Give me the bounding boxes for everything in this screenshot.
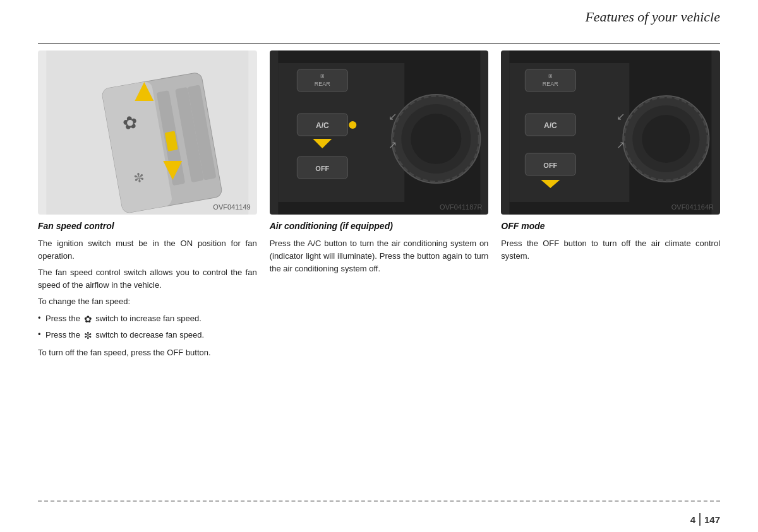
- page-footer: 4 147: [0, 500, 758, 532]
- footer-divider: [38, 500, 720, 502]
- svg-text:↙: ↙: [617, 111, 625, 122]
- ac-image-code: OVF041187R: [440, 203, 482, 211]
- svg-text:↗: ↗: [388, 139, 397, 150]
- page-title: Features of your vehicle: [585, 9, 720, 25]
- svg-point-40: [642, 115, 690, 163]
- off-image-code: OVF041164R: [671, 203, 714, 211]
- col-ac: ⊞ REAR A/C OFF: [270, 50, 489, 363]
- col-off: ⊞ REAR A/C OFF: [501, 50, 720, 363]
- fan-title: Fan speed control: [38, 220, 257, 233]
- ac-title: Air conditioning (if equipped): [270, 220, 489, 233]
- svg-text:A/C: A/C: [544, 121, 557, 130]
- off-section: OFF mode Press the OFF button to turn of…: [501, 220, 720, 266]
- svg-text:⊞: ⊞: [320, 73, 325, 79]
- fan-para4: To turn off the fan speed, press the OFF…: [38, 346, 257, 359]
- header-divider: [38, 43, 720, 44]
- ac-body: Press the A/C button to turn the air con…: [270, 237, 489, 275]
- off-body: Press the OFF button to turn off the air…: [501, 237, 720, 263]
- fan-image-panel: ✿ ✼: [38, 50, 257, 215]
- col-fan: ✿ ✼: [38, 50, 257, 363]
- fan-bullet-2: Press the ✼ switch to decrease fan speed…: [38, 328, 257, 343]
- fan-bullet-1: Press the ✿ switch to increase fan speed…: [38, 312, 257, 326]
- fan-image-code: OVF041149: [213, 203, 250, 211]
- svg-text:↗: ↗: [617, 139, 625, 150]
- svg-text:↙: ↙: [388, 111, 397, 122]
- fan-para2: The fan speed control switch allows you …: [38, 266, 257, 292]
- svg-text:REAR: REAR: [543, 81, 559, 87]
- off-title: OFF mode: [501, 220, 720, 233]
- off-image-panel: ⊞ REAR A/C OFF: [501, 50, 720, 215]
- main-content: ✿ ✼: [38, 50, 720, 497]
- page-header: Features of your vehicle: [0, 0, 758, 44]
- page-chapter: 4: [690, 514, 695, 525]
- svg-text:A/C: A/C: [316, 121, 329, 130]
- ac-illustration: ⊞ REAR A/C OFF: [270, 50, 489, 215]
- fan-low-icon: ✼: [84, 328, 92, 343]
- off-illustration: ⊞ REAR A/C OFF: [501, 50, 720, 215]
- fan-para3: To change the fan speed:: [38, 295, 257, 308]
- fan-illustration: ✿ ✼: [38, 50, 257, 215]
- fan-section: Fan speed control The ignition switch mu…: [38, 220, 257, 363]
- page-number-block: 4 147: [690, 513, 720, 526]
- fan-high-icon: ✿: [84, 312, 92, 326]
- ac-image-panel: ⊞ REAR A/C OFF: [270, 50, 489, 215]
- svg-text:REAR: REAR: [315, 81, 331, 87]
- svg-point-24: [411, 114, 461, 164]
- three-columns: ✿ ✼: [38, 50, 720, 363]
- svg-point-18: [349, 121, 356, 129]
- page-separator: [699, 513, 701, 526]
- fan-para1: The ignition switch must be in the ON po…: [38, 237, 257, 263]
- fan-bullets: Press the ✿ switch to increase fan speed…: [38, 312, 257, 343]
- svg-text:OFF: OFF: [544, 162, 558, 169]
- page-number: 147: [704, 514, 720, 525]
- svg-text:⊞: ⊞: [548, 73, 553, 79]
- ac-section: Air conditioning (if equipped) Press the…: [270, 220, 489, 279]
- svg-text:OFF: OFF: [315, 165, 329, 172]
